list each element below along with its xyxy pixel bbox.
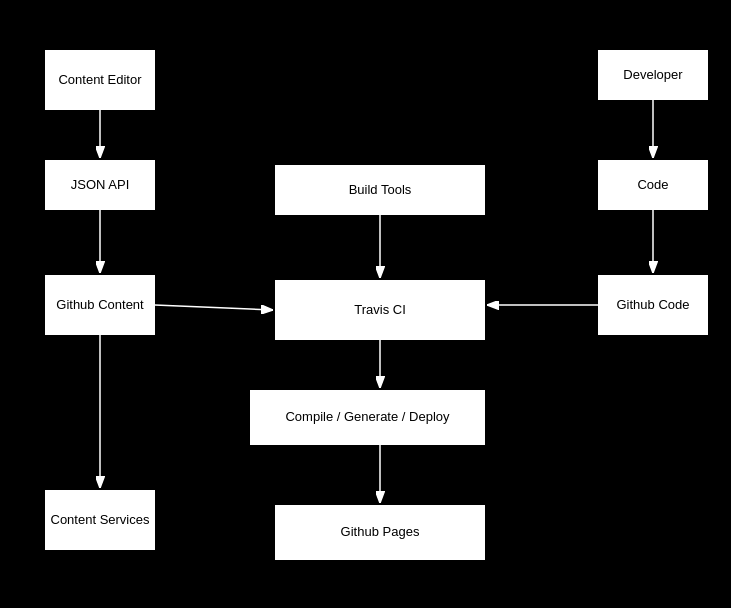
github-code: Github Code [598, 275, 708, 335]
github-pages: Github Pages [275, 505, 485, 560]
github-content-to-travis-ci [155, 305, 273, 310]
build-tools: Build Tools [275, 165, 485, 215]
compile-generate-deploy: Compile / Generate / Deploy [250, 390, 485, 445]
diagram: Content EditorJSON APIGithub ContentCont… [0, 0, 731, 608]
content-editor: Content Editor [45, 50, 155, 110]
developer: Developer [598, 50, 708, 100]
json-api: JSON API [45, 160, 155, 210]
github-content: Github Content [45, 275, 155, 335]
code: Code [598, 160, 708, 210]
content-services: Content Services [45, 490, 155, 550]
travis-ci: Travis CI [275, 280, 485, 340]
